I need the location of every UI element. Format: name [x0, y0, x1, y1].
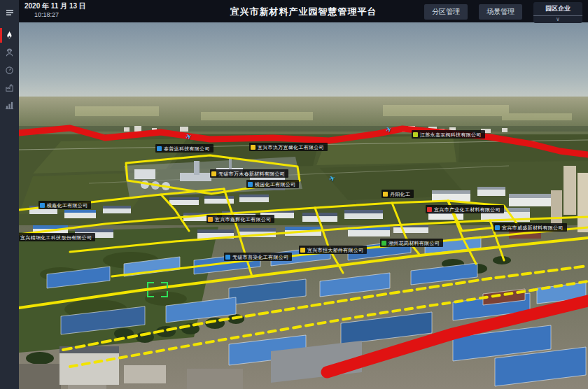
company-marker-label: 江苏永嘉泵阀科技有限公司 — [420, 132, 482, 137]
header-controls: 分区管理 场景管理 园区企业 ∨ — [424, 2, 582, 23]
company-dot-icon — [40, 203, 45, 208]
scene-management-button[interactable]: 场景管理 — [479, 4, 522, 20]
company-dot-icon — [413, 132, 418, 137]
company-dot-icon — [427, 207, 432, 212]
sidebar — [0, 0, 19, 389]
factory-icon[interactable] — [0, 79, 19, 97]
company-marker-label: 宜兴市鑫辉化工有限公司 — [215, 217, 271, 222]
dropdown-label: 园区企业 — [538, 4, 578, 13]
bar-chart-icon[interactable] — [0, 97, 19, 114]
company-marker[interactable]: 宜兴市鑫辉化工有限公司 — [206, 215, 274, 223]
chevron-down-icon: ∨ — [538, 16, 578, 22]
flame-icon[interactable] — [0, 27, 19, 44]
current-time: 10:18:27 — [34, 11, 86, 19]
company-marker[interactable]: 横鑫化工有限公司 — [38, 201, 91, 209]
company-marker[interactable]: 江苏永嘉泵阀科技有限公司 — [412, 130, 485, 139]
selection-box — [147, 282, 168, 297]
company-marker[interactable]: 宜兴市恒大塑件有限公司 — [299, 246, 367, 254]
company-dot-icon — [225, 255, 230, 260]
company-dot-icon — [251, 145, 255, 150]
header-bar: 2020 年 11 月 13 日 10:18:27 宜兴市新材料产业园智慧管理平… — [19, 0, 588, 22]
company-dot-icon — [211, 171, 216, 176]
company-marker-label: 宜兴市恒大塑件有限公司 — [307, 248, 363, 253]
company-dot-icon — [157, 146, 162, 151]
company-dot-icon — [208, 217, 213, 222]
datetime-block: 2020 年 11 月 13 日 10:18:27 — [24, 2, 86, 19]
company-marker[interactable]: 丹阳化工 — [382, 190, 414, 198]
selection-corner — [161, 282, 168, 288]
company-dot-icon — [495, 225, 500, 230]
company-marker[interactable]: 潮州花岗材料有限公司 — [380, 239, 443, 247]
company-dot-icon — [300, 248, 305, 253]
company-dot-icon — [383, 192, 388, 197]
company-marker-label: 无锡市普染化工有限公司 — [232, 255, 288, 260]
company-marker-label: 宜兴市威盛新材料有限公司 — [502, 225, 564, 230]
smart-park-platform-window: 2020 年 11 月 13 日 10:18:27 宜兴市新材料产业园智慧管理平… — [0, 0, 588, 389]
company-marker[interactable]: 无锡市万木春新材料有限公司 — [210, 169, 288, 178]
map-viewport[interactable]: 泰普达科技有限公司宜兴市氿万宜馨化工有限公司江苏永嘉泵阀科技有限公司无锡市万木春… — [19, 22, 588, 389]
selection-corner — [147, 291, 154, 297]
company-marker-label: 横国化工有限公司 — [255, 182, 295, 187]
company-marker-label: 泰普达科技有限公司 — [164, 146, 210, 151]
company-marker-label: 宜兴精细化工科技股份有限公司 — [20, 235, 92, 240]
company-marker[interactable]: 泰普达科技有限公司 — [155, 144, 214, 153]
company-marker-label: 无锡市万木春新材料有限公司 — [218, 171, 285, 176]
current-date: 2020 年 11 月 13 日 — [24, 2, 86, 10]
company-marker[interactable]: 宜兴市产业化工材料有限公司 — [426, 205, 504, 213]
sky — [19, 22, 588, 101]
company-marker[interactable]: 横国化工有限公司 — [246, 180, 299, 188]
company-marker[interactable]: 无锡市普染化工有限公司 — [224, 253, 292, 261]
company-marker-label: 横鑫化工有限公司 — [47, 203, 88, 208]
company-dot-icon — [248, 182, 253, 187]
selection-corner — [147, 282, 154, 288]
company-marker-label: 潮州花岗材料有限公司 — [388, 241, 440, 246]
zone-management-button[interactable]: 分区管理 — [424, 4, 468, 20]
company-marker-label: 宜兴市氿万宜馨化工有限公司 — [258, 145, 324, 150]
company-marker-label: 丹阳化工 — [390, 192, 410, 197]
gauge-icon[interactable] — [0, 62, 19, 79]
hamburger-menu-icon[interactable] — [0, 3, 19, 21]
company-marker[interactable]: 宜兴市氿万宜馨化工有限公司 — [249, 143, 328, 151]
company-marker[interactable]: 宜兴精细化工科技股份有限公司 — [19, 233, 95, 241]
company-dot-icon — [382, 241, 386, 246]
company-marker-label: 宜兴市产业化工材料有限公司 — [434, 207, 500, 212]
selection-corner — [161, 291, 168, 297]
company-marker[interactable]: 宜兴市威盛新材料有限公司 — [493, 223, 567, 232]
park-enterprise-dropdown[interactable]: 园区企业 ∨ — [533, 2, 582, 23]
operator-icon[interactable] — [0, 44, 19, 62]
